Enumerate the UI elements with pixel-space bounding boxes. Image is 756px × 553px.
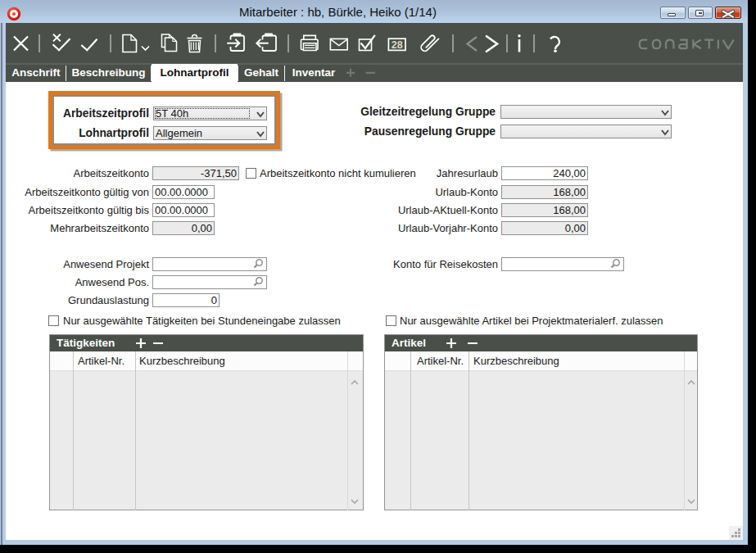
svg-text:28: 28 — [392, 39, 403, 51]
